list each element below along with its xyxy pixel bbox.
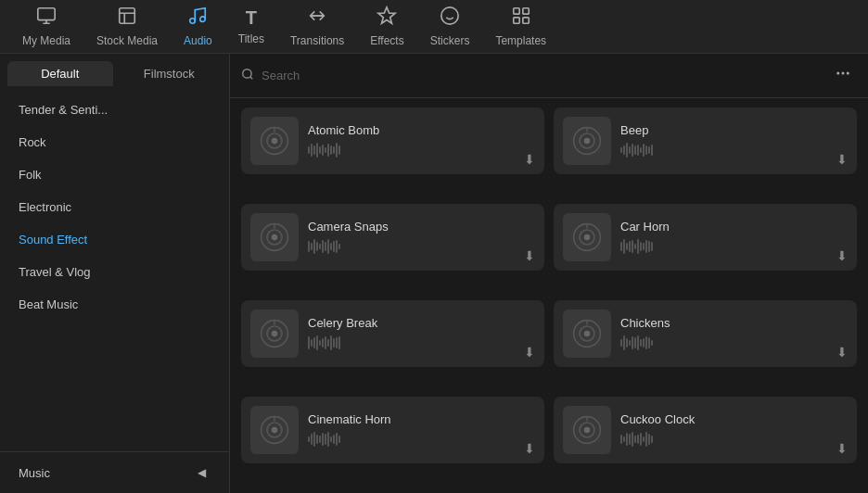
audio-info-chickens: Chickens <box>620 316 848 352</box>
sidebar-list: Tender & Senti... Rock Folk Electronic S… <box>0 86 229 451</box>
svg-rect-10 <box>513 18 518 23</box>
nav-titles[interactable]: T Titles <box>225 2 277 51</box>
svg-point-31 <box>584 234 590 240</box>
nav-effects[interactable]: Effects <box>357 0 416 53</box>
nav-templates[interactable]: Templates <box>482 0 559 53</box>
download-button-celery-break[interactable]: ⬇ <box>524 345 535 360</box>
audio-thumb-cinematic-horn <box>250 406 299 454</box>
body-layout: Default Filmstock Tender & Senti... Rock… <box>0 54 868 493</box>
sidebar-item-tender[interactable]: Tender & Senti... <box>0 94 229 126</box>
audio-card-chickens[interactable]: Chickens ⬇ <box>554 300 857 367</box>
svg-point-43 <box>272 427 277 433</box>
top-nav: My Media My Media Stock Media Audio T Ti… <box>0 0 868 54</box>
svg-rect-11 <box>523 18 529 23</box>
nav-titles-label: Titles <box>238 32 264 45</box>
audio-card-beep[interactable]: Beep ⬇ <box>554 107 857 174</box>
svg-point-23 <box>584 138 590 144</box>
audio-name-chickens: Chickens <box>620 316 848 330</box>
audio-card-celery-break[interactable]: Celery Break ⬇ <box>241 300 544 367</box>
waveform-camera-snaps <box>308 237 535 256</box>
audio-thumb-atomic-bomb <box>250 117 299 165</box>
audio-card-car-horn[interactable]: Car Horn ⬇ <box>554 204 857 271</box>
svg-point-12 <box>243 70 251 78</box>
titles-icon: T <box>246 7 257 29</box>
nav-transitions-label: Transitions <box>290 34 344 47</box>
audio-info-car-horn: Car Horn <box>620 220 848 256</box>
audio-name-car-horn: Car Horn <box>620 220 848 234</box>
audio-thumb-cuckoo-clock <box>563 406 611 454</box>
svg-point-16 <box>847 72 849 75</box>
download-button-cuckoo-clock[interactable]: ⬇ <box>836 441 848 456</box>
templates-icon <box>511 6 531 31</box>
transitions-icon <box>307 6 327 31</box>
waveform-chickens <box>620 334 848 352</box>
audio-card-camera-snaps[interactable]: Camera Snaps ⬇ <box>241 204 544 271</box>
audio-info-beep: Beep <box>620 123 848 159</box>
nav-audio-label: Audio <box>184 34 212 47</box>
sidebar-music-label: Music <box>19 466 50 480</box>
collapse-button[interactable]: ◀ <box>192 463 211 482</box>
audio-name-atomic-bomb: Atomic Bomb <box>308 123 535 137</box>
sidebar-item-travel-vlog[interactable]: Travel & Vlog <box>0 256 229 288</box>
my-media-icon <box>36 6 57 31</box>
audio-info-celery-break: Celery Break <box>308 316 535 352</box>
audio-name-cuckoo-clock: Cuckoo Clock <box>620 412 848 426</box>
download-button-chickens[interactable]: ⬇ <box>836 345 848 360</box>
download-button-camera-snaps[interactable]: ⬇ <box>524 248 535 263</box>
more-options-button[interactable] <box>829 63 857 88</box>
svg-rect-0 <box>38 8 55 20</box>
waveform-atomic-bomb <box>308 141 535 159</box>
nav-stock-media[interactable]: Stock Media <box>83 0 171 53</box>
audio-thumb-chickens <box>563 310 611 358</box>
main-content: Atomic Bomb ⬇ <box>230 54 868 493</box>
sidebar-item-electronic[interactable]: Electronic <box>0 191 229 223</box>
svg-rect-8 <box>513 8 518 14</box>
nav-stickers-label: Stickers <box>430 34 470 47</box>
waveform-celery-break <box>308 334 535 352</box>
svg-point-14 <box>836 72 839 75</box>
sidebar-item-sound-effect[interactable]: Sound Effect <box>0 223 229 256</box>
audio-card-atomic-bomb[interactable]: Atomic Bomb ⬇ <box>241 107 544 174</box>
audio-info-cinematic-horn: Cinematic Horn <box>308 412 535 449</box>
audio-card-cuckoo-clock[interactable]: Cuckoo Clock ⬇ <box>554 397 857 463</box>
audio-name-celery-break: Celery Break <box>308 316 535 330</box>
sidebar-item-folk[interactable]: Folk <box>0 158 229 191</box>
audio-name-beep: Beep <box>620 123 848 137</box>
stock-media-icon <box>117 6 137 31</box>
nav-my-media[interactable]: My Media My Media <box>9 0 83 53</box>
search-icon <box>241 68 254 83</box>
sidebar-tab-default[interactable]: Default <box>7 61 113 86</box>
audio-card-cinematic-horn[interactable]: Cinematic Horn ⬇ <box>241 397 544 463</box>
audio-thumb-beep <box>563 117 611 165</box>
sidebar-item-rock[interactable]: Rock <box>0 126 229 158</box>
waveform-car-horn <box>620 237 848 256</box>
audio-icon <box>187 6 208 31</box>
nav-stock-media-label: Stock Media <box>96 34 158 47</box>
svg-rect-9 <box>523 8 529 14</box>
audio-info-camera-snaps: Camera Snaps <box>308 220 535 256</box>
svg-rect-1 <box>120 8 135 24</box>
stickers-icon <box>440 6 460 31</box>
svg-line-13 <box>250 77 253 80</box>
download-button-car-horn[interactable]: ⬇ <box>836 248 848 263</box>
audio-name-camera-snaps: Camera Snaps <box>308 220 535 234</box>
nav-transitions[interactable]: Transitions <box>277 0 357 53</box>
download-button-beep[interactable]: ⬇ <box>836 152 848 167</box>
sidebar-bottom: Music ◀ <box>0 451 229 493</box>
nav-audio[interactable]: Audio <box>171 0 225 53</box>
svg-point-39 <box>584 331 590 336</box>
audio-thumb-car-horn <box>563 213 611 261</box>
download-button-cinematic-horn[interactable]: ⬇ <box>524 441 535 456</box>
search-input[interactable] <box>262 69 822 82</box>
sidebar-item-beat-music[interactable]: Beat Music <box>0 288 229 321</box>
svg-point-35 <box>272 331 277 336</box>
audio-info-atomic-bomb: Atomic Bomb <box>308 123 535 159</box>
download-button-atomic-bomb[interactable]: ⬇ <box>524 152 535 167</box>
svg-marker-4 <box>378 7 395 23</box>
nav-stickers[interactable]: Stickers <box>417 0 483 53</box>
search-bar <box>230 54 868 98</box>
sidebar-tab-filmstock[interactable]: Filmstock <box>117 61 223 86</box>
nav-my-media-label: My Media <box>22 34 70 47</box>
svg-point-2 <box>190 19 196 24</box>
waveform-cuckoo-clock <box>620 430 848 449</box>
